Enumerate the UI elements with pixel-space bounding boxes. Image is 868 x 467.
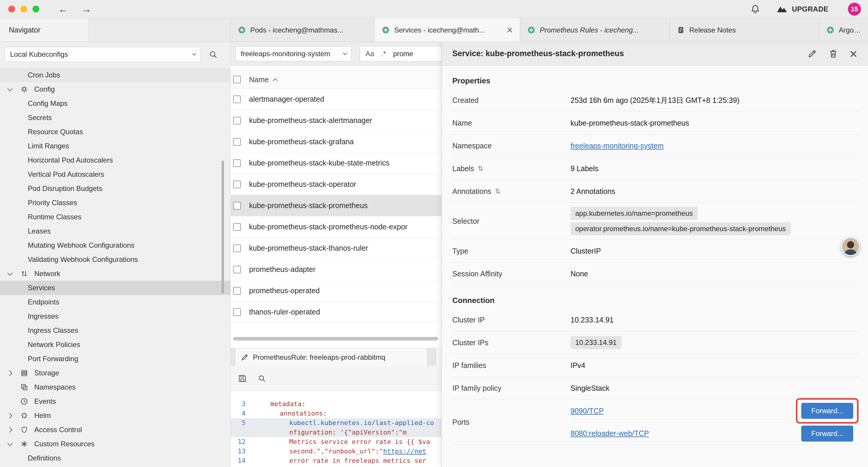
sidebar-item-endpoints[interactable]: Endpoints xyxy=(0,295,230,309)
row-checkbox[interactable] xyxy=(233,202,241,209)
sidebar-item-mutating-webhook-configurations[interactable]: Mutating Webhook Configurations xyxy=(0,238,230,253)
row-checkbox[interactable] xyxy=(233,244,241,252)
sort-toggle-icon[interactable]: ⇅ xyxy=(495,187,500,195)
delete-icon[interactable] xyxy=(829,49,838,59)
sidebar-scrollbar-thumb[interactable] xyxy=(222,160,224,293)
sidebar-item-pod-disruption-budgets[interactable]: Pod Disruption Budgets xyxy=(0,181,230,196)
table-row-alertmanager-operated[interactable]: alertmanager-operated xyxy=(231,89,441,110)
sidebar-search-icon[interactable] xyxy=(209,50,218,59)
sidebar-item-leases[interactable]: Leases xyxy=(0,224,230,238)
row-checkbox[interactable] xyxy=(233,95,241,103)
row-checkbox[interactable] xyxy=(233,159,241,167)
table-row-kube-prometheus-stack-prometheus[interactable]: kube-prometheus-stack-prometheus xyxy=(231,195,441,216)
editor-line: nfiguration: '{"apiVersion":"m xyxy=(231,428,441,437)
row-checkbox[interactable] xyxy=(233,266,241,273)
sidebar-item-secrets[interactable]: Secrets xyxy=(0,111,230,125)
row-checkbox[interactable] xyxy=(233,117,241,124)
dock-tab-prometheusrule[interactable]: PrometheusRule: freeleaps-prod-rabbitmq xyxy=(235,348,427,366)
sidebar-item-ingresses[interactable]: Ingresses xyxy=(0,309,230,323)
section-heading-connection: Connection xyxy=(451,296,859,305)
sidebar-item-access-control[interactable]: Access Control xyxy=(0,423,230,437)
sidebar-item-vertical-pod-autoscalers[interactable]: Vertical Pod Autoscalers xyxy=(0,167,230,181)
kube-cluster-icon xyxy=(238,26,246,34)
row-checkbox[interactable] xyxy=(233,223,241,231)
horizontal-scrollbar[interactable] xyxy=(233,337,439,341)
minimize-window-button[interactable] xyxy=(20,6,27,12)
sidebar-item-cron-jobs[interactable]: Cron Jobs xyxy=(0,68,230,82)
search-icon[interactable] xyxy=(258,374,266,383)
close-window-button[interactable] xyxy=(8,6,15,12)
port-forward-button[interactable]: Forward... xyxy=(801,403,853,419)
namespace-select[interactable]: freeleaps-monitoring-system xyxy=(235,46,351,61)
notification-count-badge[interactable]: 15 xyxy=(848,3,861,16)
close-icon[interactable]: × xyxy=(849,47,857,61)
sidebar-item-ingress-classes[interactable]: Ingress Classes xyxy=(0,323,230,338)
table-row-kube-prometheus-stack-thanos-ruler[interactable]: kube-prometheus-stack-thanos-ruler xyxy=(231,238,441,259)
sidebar-item-namespaces[interactable]: Namespaces xyxy=(0,380,230,394)
namespace-link[interactable]: freeleaps-monitoring-system xyxy=(570,142,663,150)
drawer-actions: × xyxy=(807,47,857,61)
table-row-kube-prometheus-stack-prometheus-node-expor[interactable]: kube-prometheus-stack-prometheus-node-ex… xyxy=(231,216,441,238)
row-checkbox[interactable] xyxy=(233,287,241,295)
edit-icon[interactable] xyxy=(807,49,817,59)
sidebar-item-config[interactable]: Config xyxy=(0,82,230,96)
back-button[interactable]: ← xyxy=(58,4,68,15)
row-checkbox[interactable] xyxy=(233,138,241,146)
name-column-header[interactable]: Name xyxy=(249,76,269,84)
sidebar-item-horizontal-pod-autoscalers[interactable]: Horizontal Pod Autoscalers xyxy=(0,153,230,167)
save-icon[interactable] xyxy=(238,374,247,383)
user-avatar[interactable] xyxy=(841,237,860,256)
port-link[interactable]: 8080:reloader-web/TCP xyxy=(570,429,649,438)
sidebar-item-network-policies[interactable]: Network Policies xyxy=(0,338,230,352)
zoom-window-button[interactable] xyxy=(32,6,39,12)
regex-toggle[interactable]: .* xyxy=(381,50,386,58)
sidebar-item-validating-webhook-configurations[interactable]: Validating Webhook Configurations xyxy=(0,253,230,267)
tab-prometheus-rules-icecheng[interactable]: Prometheus Rules - icecheng... xyxy=(520,18,670,42)
sidebar-item-port-forwarding[interactable]: Port Forwarding xyxy=(0,352,230,366)
row-checkbox[interactable] xyxy=(233,308,241,316)
port-link[interactable]: 9090/TCP xyxy=(570,407,604,415)
select-all-checkbox[interactable] xyxy=(233,76,241,83)
table-row-kube-prometheus-stack-kube-state-metrics[interactable]: kube-prometheus-stack-kube-state-metrics xyxy=(231,152,441,174)
close-tab-icon[interactable]: × xyxy=(507,25,513,35)
sidebar-toolbar: Local Kubeconfigs xyxy=(0,42,230,67)
kubeconfig-select[interactable]: Local Kubeconfigs xyxy=(4,47,201,62)
sidebar-item-resource-quotas[interactable]: Resource Quotas xyxy=(0,125,230,139)
table-row-prometheus-operated[interactable]: prometheus-operated xyxy=(231,280,441,301)
table-row-kube-prometheus-stack-alertmanager[interactable]: kube-prometheus-stack-alertmanager xyxy=(231,110,441,131)
sidebar-item-helm[interactable]: Helm xyxy=(0,408,230,423)
dock-tab-partial[interactable] xyxy=(436,348,441,366)
navigator-panel-tab[interactable]: Navigator xyxy=(0,18,89,42)
sidebar-item-runtime-classes[interactable]: Runtime Classes xyxy=(0,210,230,224)
search-input[interactable]: Aa .* prome xyxy=(360,46,441,61)
sidebar-item-network[interactable]: Network xyxy=(0,267,230,281)
table-row-kube-prometheus-stack-grafana[interactable]: kube-prometheus-stack-grafana xyxy=(231,131,441,152)
sidebar-item-events[interactable]: Events xyxy=(0,394,230,408)
yaml-editor[interactable]: 3metadata:4annotations:5kubectl.kubernet… xyxy=(231,391,441,467)
table-row-thanos-ruler-operated[interactable]: thanos-ruler-operated xyxy=(231,301,441,323)
sidebar-item-services[interactable]: Services xyxy=(0,281,230,295)
forward-nav-button[interactable]: → xyxy=(82,4,91,15)
row-checkbox[interactable] xyxy=(233,181,241,188)
sidebar-item-definitions[interactable]: Definitions xyxy=(0,451,230,465)
upgrade-button[interactable]: UPGRADE xyxy=(777,5,829,13)
tab-argo-se[interactable]: Argo Se xyxy=(819,18,868,42)
sort-toggle-icon[interactable]: ⇅ xyxy=(478,165,483,173)
match-case-toggle[interactable]: Aa xyxy=(366,50,374,58)
sidebar-item-label: Horizontal Pod Autoscalers xyxy=(28,156,113,164)
sidebar-item-custom-resources[interactable]: Custom Resources xyxy=(0,437,230,451)
horizontal-scrollbar-thumb[interactable] xyxy=(233,337,438,341)
port-forward-button[interactable]: Forward... xyxy=(801,426,853,442)
notifications-bell-icon[interactable] xyxy=(750,4,760,14)
line-content: kubectl.kubernetes.io/last-applied-co xyxy=(250,418,434,428)
tab-pods-icecheng-mathmas[interactable]: Pods - icecheng@mathmas... xyxy=(231,18,375,42)
sidebar-item-limit-ranges[interactable]: Limit Ranges xyxy=(0,139,230,153)
sidebar-item-config-maps[interactable]: Config Maps xyxy=(0,96,230,111)
table-row-prometheus-adapter[interactable]: prometheus-adapter xyxy=(231,259,441,280)
table-row-kube-prometheus-stack-operator[interactable]: kube-prometheus-stack-operator xyxy=(231,174,441,195)
tab-services-icecheng-math[interactable]: Services - icecheng@math...× xyxy=(375,18,520,42)
sidebar-item-priority-classes[interactable]: Priority Classes xyxy=(0,196,230,210)
tab-release-notes[interactable]: Release Notes xyxy=(670,18,819,42)
list-toolbar: freeleaps-monitoring-system Aa .* prome xyxy=(231,42,441,66)
sidebar-item-storage[interactable]: Storage xyxy=(0,366,230,380)
